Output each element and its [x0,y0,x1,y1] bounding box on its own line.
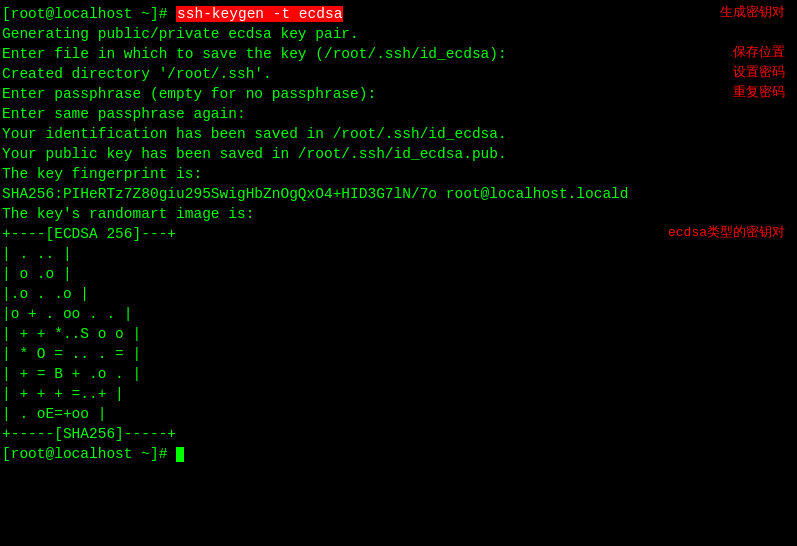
line-art-bottom: +-----[SHA256]-----+ [2,424,795,444]
line-text: Your public key has been saved in /root/… [2,144,795,164]
annotation-ecdsa-type: ecdsa类型的密钥对 [668,224,785,242]
line-prompt: [root@localhost ~]# ssh-keygen -t ecdsa … [2,4,795,24]
line-id-saved: Your identification has been saved in /r… [2,124,795,144]
line-generating: Generating public/private ecdsa key pair… [2,24,795,44]
line-text: |o + . oo . . | [2,304,795,324]
line-text: +-----[SHA256]-----+ [2,424,795,444]
line-text: | . oE=+oo | [2,404,795,424]
line-text: | + + + =..+ | [2,384,795,404]
line-text: [root@localhost ~]# [2,444,795,464]
line-final-prompt: [root@localhost ~]# [2,444,795,464]
line-sha256: SHA256:PIHeRTz7Z80giu295SwigHbZnOgQxO4+H… [2,184,795,204]
terminal-window: [root@localhost ~]# ssh-keygen -t ecdsa … [0,0,797,546]
line-pubkey-saved: Your public key has been saved in /root/… [2,144,795,164]
annotation-repeat: 重复密码 [733,84,785,102]
annotation-save: 保存位置 [733,44,785,62]
line-text: | + + *..S o o | [2,324,795,344]
cursor [176,447,184,462]
annotation-generate: 生成密钥对 [720,4,785,22]
line-text: Generating public/private ecdsa key pair… [2,24,795,44]
prompt-user: [root@localhost ~]# [2,6,176,22]
annotation-password: 设置密码 [733,64,785,82]
line-enter-file: Enter file in which to save the key (/ro… [2,44,795,64]
line-fingerprint-label: The key fingerprint is: [2,164,795,184]
line-created-dir: Created directory '/root/.ssh'. 设置密码 [2,64,795,84]
line-text: |.o . .o | [2,284,795,304]
line-art-6: | * O = .. . = | [2,344,795,364]
line-text: Enter file in which to save the key (/ro… [2,44,795,64]
line-art-2: | o .o | [2,264,795,284]
command-highlight: ssh-keygen -t ecdsa [176,6,343,22]
line-text: The key fingerprint is: [2,164,795,184]
line-text: Enter passphrase (empty for no passphras… [2,84,795,104]
line-text: Enter same passphrase again: [2,104,795,124]
line-art-8: | + + + =..+ | [2,384,795,404]
line-text: | + = B + .o . | [2,364,795,384]
line-text: Your identification has been saved in /r… [2,124,795,144]
line-art-3: |.o . .o | [2,284,795,304]
line-passphrase: Enter passphrase (empty for no passphras… [2,84,795,104]
line-text: | * O = .. . = | [2,344,795,364]
line-text: | o .o | [2,264,795,284]
line-text: Created directory '/root/.ssh'. [2,64,795,84]
line-art-5: | + + *..S o o | [2,324,795,344]
line-art-9: | . oE=+oo | [2,404,795,424]
line-text: SHA256:PIHeRTz7Z80giu295SwigHbZnOgQxO4+H… [2,184,795,204]
line-art-top: +----[ECDSA 256]---+ ecdsa类型的密钥对 [2,224,795,244]
line-art-4: |o + . oo . . | [2,304,795,324]
line-art-7: | + = B + .o . | [2,364,795,384]
line-randomart-label: The key's randomart image is: [2,204,795,224]
line-art-1: | . .. | [2,244,795,264]
line-text: | . .. | [2,244,795,264]
line-text: The key's randomart image is: [2,204,795,224]
line-same-passphrase: Enter same passphrase again: [2,104,795,124]
